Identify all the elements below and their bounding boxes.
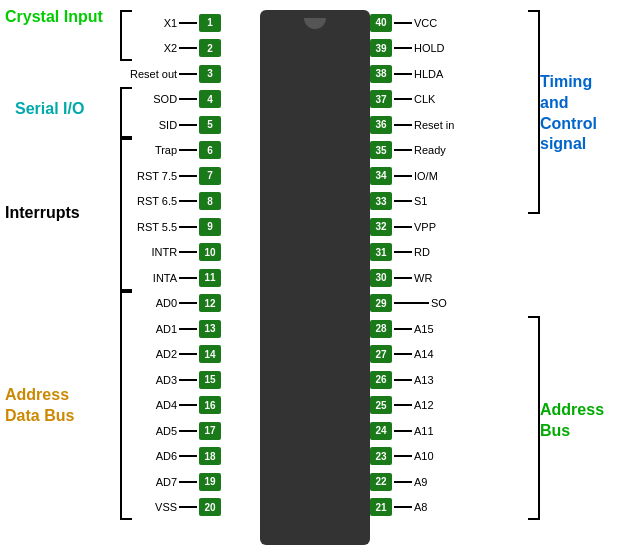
pin-label: A12 xyxy=(414,399,434,411)
pin-number: 7 xyxy=(199,167,221,185)
pin-line xyxy=(394,47,412,49)
left-pin-row: X22 xyxy=(130,36,221,62)
left-pin-row: SID5 xyxy=(130,112,221,138)
pin-label: VPP xyxy=(414,221,436,233)
pin-line xyxy=(179,430,197,432)
pin-label: VSS xyxy=(155,501,177,513)
pin-line xyxy=(394,175,412,177)
pin-label: AD5 xyxy=(156,425,177,437)
left-pin-row: X11 xyxy=(130,10,221,36)
pin-label: AD6 xyxy=(156,450,177,462)
pin-label: CLK xyxy=(414,93,435,105)
pin-line xyxy=(179,149,197,151)
pin-line xyxy=(179,175,197,177)
pin-number: 2 xyxy=(199,39,221,57)
pin-line xyxy=(394,328,412,330)
pin-line xyxy=(394,124,412,126)
pin-line xyxy=(179,455,197,457)
pin-line xyxy=(179,302,197,304)
pin-number: 36 xyxy=(370,116,392,134)
pin-label: INTA xyxy=(153,272,177,284)
pin-line xyxy=(394,302,429,304)
pin-label: RD xyxy=(414,246,430,258)
pin-number: 38 xyxy=(370,65,392,83)
right-pin-row: 25A12 xyxy=(370,393,454,419)
pin-line xyxy=(394,277,412,279)
pin-number: 16 xyxy=(199,396,221,414)
pin-line xyxy=(179,404,197,406)
interrupts-bracket xyxy=(120,138,132,291)
pin-line xyxy=(394,379,412,381)
left-pin-row: AD214 xyxy=(130,342,221,368)
pin-number: 14 xyxy=(199,345,221,363)
pin-line xyxy=(179,328,197,330)
pin-line xyxy=(179,200,197,202)
pin-label: RST 5.5 xyxy=(137,221,177,233)
right-pin-row: 23A10 xyxy=(370,444,454,470)
right-pin-row: 27A14 xyxy=(370,342,454,368)
pin-label: AD3 xyxy=(156,374,177,386)
left-pin-row: AD315 xyxy=(130,367,221,393)
pin-number: 28 xyxy=(370,320,392,338)
pin-number: 8 xyxy=(199,192,221,210)
pin-label: Reset in xyxy=(414,119,454,131)
pin-label: A14 xyxy=(414,348,434,360)
left-pin-row: AD517 xyxy=(130,418,221,444)
crystal-input-label: Crystal Input xyxy=(5,8,103,26)
pin-label: SID xyxy=(159,119,177,131)
pin-line xyxy=(394,149,412,151)
ic-chip xyxy=(260,10,370,545)
pin-number: 3 xyxy=(199,65,221,83)
pin-number: 5 xyxy=(199,116,221,134)
pin-label: AD0 xyxy=(156,297,177,309)
right-pin-row: 22A9 xyxy=(370,469,454,495)
left-pin-row: AD416 xyxy=(130,393,221,419)
pin-line xyxy=(394,73,412,75)
pin-number: 17 xyxy=(199,422,221,440)
pin-number: 39 xyxy=(370,39,392,57)
timing-control-bracket xyxy=(528,10,540,214)
left-pin-row: INTR10 xyxy=(130,240,221,266)
address-data-bus-label: AddressData Bus xyxy=(5,385,74,427)
pin-label: A11 xyxy=(414,425,434,437)
right-pin-row: 21A8 xyxy=(370,495,454,521)
right-pin-row: 24A11 xyxy=(370,418,454,444)
pin-line xyxy=(394,481,412,483)
pin-number: 11 xyxy=(199,269,221,287)
pin-label: X2 xyxy=(164,42,177,54)
pin-number: 13 xyxy=(199,320,221,338)
pin-number: 37 xyxy=(370,90,392,108)
pin-number: 27 xyxy=(370,345,392,363)
left-pin-row: RST 7.57 xyxy=(130,163,221,189)
address-bus-label: AddressBus xyxy=(540,400,604,442)
right-pin-row: 35Ready xyxy=(370,138,454,164)
pin-line xyxy=(394,506,412,508)
pin-line xyxy=(179,277,197,279)
pin-label: SO xyxy=(431,297,447,309)
pin-line xyxy=(179,481,197,483)
pin-number: 22 xyxy=(370,473,392,491)
pin-number: 31 xyxy=(370,243,392,261)
pin-label: A8 xyxy=(414,501,427,513)
pin-line xyxy=(179,22,197,24)
pin-label: IO/M xyxy=(414,170,438,182)
pin-line xyxy=(179,226,197,228)
pin-label: Reset out xyxy=(130,68,177,80)
pin-number: 15 xyxy=(199,371,221,389)
pin-label: AD7 xyxy=(156,476,177,488)
pin-number: 33 xyxy=(370,192,392,210)
left-pin-row: RST 6.58 xyxy=(130,189,221,215)
pin-diagram: X11X22Reset out3SOD4SID5Trap6RST 7.57RST… xyxy=(0,0,634,557)
pin-line xyxy=(394,353,412,355)
pin-line xyxy=(179,353,197,355)
pin-number: 26 xyxy=(370,371,392,389)
pin-label: S1 xyxy=(414,195,427,207)
pin-number: 12 xyxy=(199,294,221,312)
pin-number: 34 xyxy=(370,167,392,185)
address-bus-bracket xyxy=(528,316,540,520)
right-pin-row: 34IO/M xyxy=(370,163,454,189)
left-pins: X11X22Reset out3SOD4SID5Trap6RST 7.57RST… xyxy=(130,10,221,520)
pin-label: SOD xyxy=(153,93,177,105)
left-pin-row: AD012 xyxy=(130,291,221,317)
right-pin-row: 32VPP xyxy=(370,214,454,240)
